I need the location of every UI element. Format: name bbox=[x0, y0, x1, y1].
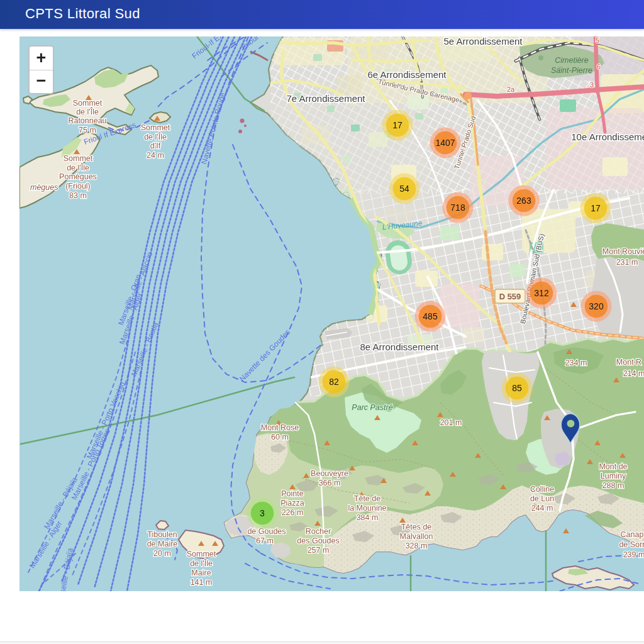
svg-text:Canap: Canap bbox=[621, 530, 644, 539]
svg-text:Beouveyre: Beouveyre bbox=[311, 469, 348, 478]
svg-text:201 m: 201 m bbox=[440, 418, 462, 427]
svg-text:3: 3 bbox=[590, 81, 594, 89]
svg-text:Sommet: Sommet bbox=[64, 154, 93, 163]
svg-text:Pomègues: Pomègues bbox=[59, 172, 97, 181]
svg-text:Luminy: Luminy bbox=[601, 472, 626, 480]
svg-text:Parc Pastré: Parc Pastré bbox=[352, 403, 392, 412]
svg-text:Sommet: Sommet bbox=[73, 99, 103, 108]
svg-text:54: 54 bbox=[399, 184, 409, 194]
svg-text:320: 320 bbox=[589, 301, 604, 311]
svg-text:Sommet: Sommet bbox=[141, 123, 170, 132]
svg-text:de Maire: de Maire bbox=[147, 540, 178, 548]
svg-text:Mont Rose: Mont Rose bbox=[261, 423, 299, 432]
svg-text:60 m: 60 m bbox=[271, 433, 289, 441]
svg-text:d'If: d'If bbox=[150, 142, 161, 150]
svg-text:257 m: 257 m bbox=[308, 546, 330, 555]
svg-text:20 m: 20 m bbox=[153, 549, 171, 558]
svg-text:de Sorm: de Sorm bbox=[619, 540, 644, 549]
svg-text:Cimetière: Cimetière bbox=[555, 56, 589, 65]
svg-text:de l'Île: de l'Île bbox=[67, 163, 89, 172]
svg-text:366 m: 366 m bbox=[319, 479, 341, 487]
svg-text:263: 263 bbox=[516, 196, 531, 206]
svg-text:Ratonneau: Ratonneau bbox=[68, 116, 106, 125]
svg-text:Mont de: Mont de bbox=[599, 462, 627, 471]
svg-text:24 m: 24 m bbox=[147, 151, 164, 160]
svg-text:141 m: 141 m bbox=[191, 578, 213, 587]
svg-text:83 m: 83 m bbox=[69, 191, 87, 200]
svg-text:Mont Rouvièr: Mont Rouvièr bbox=[602, 247, 644, 256]
svg-text:214 m: 214 m bbox=[623, 369, 644, 378]
svg-text:des Goudes: des Goudes bbox=[297, 536, 339, 545]
svg-text:17: 17 bbox=[591, 203, 601, 213]
svg-text:7e Arrondissement: 7e Arrondissement bbox=[286, 93, 365, 104]
svg-text:288 m: 288 m bbox=[602, 481, 625, 490]
svg-text:718: 718 bbox=[450, 203, 465, 213]
svg-text:Tiboulen: Tiboulen bbox=[147, 530, 177, 539]
svg-text:Mont R: Mont R bbox=[616, 358, 641, 367]
svg-text:75 m: 75 m bbox=[79, 126, 96, 135]
svg-text:328 m: 328 m bbox=[406, 541, 428, 550]
svg-text:Colline: Colline bbox=[530, 485, 554, 494]
svg-text:5: 5 bbox=[596, 36, 599, 44]
svg-text:de Goudes: de Goudes bbox=[247, 527, 286, 536]
svg-text:Malvallon: Malvallon bbox=[400, 532, 433, 541]
svg-text:2a: 2a bbox=[507, 86, 515, 93]
svg-text:312: 312 bbox=[534, 288, 549, 298]
svg-text:239 m: 239 m bbox=[623, 550, 644, 559]
svg-text:85: 85 bbox=[512, 383, 522, 393]
svg-text:mègues: mègues bbox=[30, 183, 58, 192]
svg-text:de l'Île: de l'Île bbox=[144, 132, 167, 142]
svg-text:82: 82 bbox=[329, 377, 339, 387]
svg-text:Piazza: Piazza bbox=[280, 499, 304, 508]
svg-text:Sommet: Sommet bbox=[187, 550, 216, 558]
svg-text:384 m: 384 m bbox=[357, 513, 379, 522]
svg-text:Têtes de: Têtes de bbox=[401, 523, 432, 531]
svg-text:6: 6 bbox=[597, 63, 601, 70]
svg-text:Rocher: Rocher bbox=[306, 527, 331, 536]
svg-text:de l'Île: de l'Île bbox=[76, 107, 99, 116]
svg-text:8e Arrondissement: 8e Arrondissement bbox=[360, 341, 439, 352]
svg-text:de Lun: de Lun bbox=[530, 494, 554, 503]
svg-text:D 559: D 559 bbox=[499, 292, 521, 301]
svg-text:231 m: 231 m bbox=[616, 258, 638, 267]
svg-text:Tête de: Tête de bbox=[354, 494, 380, 503]
svg-text:234 m: 234 m bbox=[565, 358, 587, 367]
svg-text:(Frioul): (Frioul) bbox=[65, 182, 91, 191]
svg-text:226 m: 226 m bbox=[282, 508, 304, 517]
svg-text:67 m: 67 m bbox=[256, 536, 274, 545]
svg-text:5e Arrondissement: 5e Arrondissement bbox=[443, 36, 523, 47]
svg-text:485: 485 bbox=[423, 311, 438, 321]
svg-text:Saint-Pierre: Saint-Pierre bbox=[551, 66, 592, 75]
svg-text:3: 3 bbox=[260, 508, 265, 518]
svg-text:Maire: Maire bbox=[191, 569, 211, 577]
svg-text:1407: 1407 bbox=[435, 138, 455, 148]
svg-text:244 m: 244 m bbox=[531, 504, 553, 513]
svg-text:la Mounine: la Mounine bbox=[348, 504, 386, 513]
svg-text:10e Arrondissement: 10e Arrondissement bbox=[571, 131, 644, 142]
svg-text:Pointe: Pointe bbox=[281, 489, 303, 498]
svg-text:de l'Île: de l'Île bbox=[190, 558, 213, 568]
svg-text:17: 17 bbox=[392, 120, 402, 130]
